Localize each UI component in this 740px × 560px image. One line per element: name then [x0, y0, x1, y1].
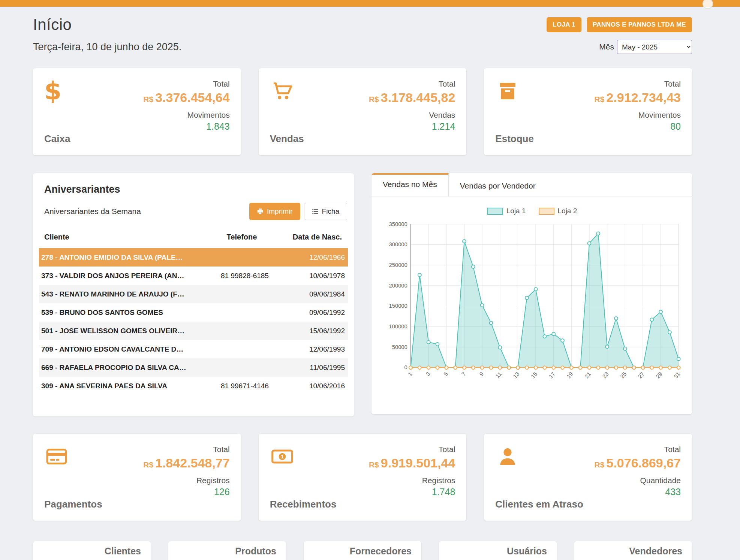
- card-clientes[interactable]: Clientes: [33, 541, 151, 560]
- dollar-icon: $: [44, 79, 70, 103]
- svg-text:31: 31: [673, 371, 682, 380]
- legend-loja2: Loja 2: [539, 207, 577, 215]
- birth-cell: 09/06/1984: [288, 290, 348, 298]
- count-value: 433: [595, 487, 681, 497]
- card-vendas[interactable]: Vendas Total R$3.178.445,82 Vendas 1.214: [259, 68, 467, 155]
- birth-cell: 12/06/1993: [288, 345, 348, 353]
- svg-text:25: 25: [619, 371, 628, 380]
- birthday-table-body: 278 - ANTONIO EMIDIO DA SILVA (PALE… 12/…: [39, 248, 348, 395]
- svg-text:100000: 100000: [389, 323, 407, 329]
- client-cell: 669 - RAFAELA PROCOPIO DA SILVA CA…: [39, 364, 202, 372]
- table-row[interactable]: 309 - ANA SEVERINA PAES DA SILVA 81 9967…: [39, 377, 348, 395]
- person-icon: [495, 445, 520, 468]
- total-value: R$5.076.869,67: [595, 456, 681, 470]
- table-row[interactable]: 709 - ANTONIO EDSON CAVALCANTE D… 12/06/…: [39, 340, 348, 358]
- card-estoque[interactable]: Estoque Total R$2.912.734,43 Movimentos …: [484, 68, 692, 155]
- svg-text:300000: 300000: [389, 241, 407, 247]
- tab-vendas-por-vendedor[interactable]: Vendas por Vendedor: [449, 173, 547, 196]
- client-cell: 373 - VALDIR DOS ANJOS PEREIRA (AN…: [39, 272, 202, 280]
- birthdays-subtitle: Aniversariantes da Semana: [44, 207, 141, 216]
- count-value: 1.748: [369, 487, 455, 497]
- birthday-table-header: Cliente Telefone Data de Nasc.: [39, 230, 348, 248]
- total-value: R$2.912.734,43: [595, 91, 681, 105]
- credit-card-icon: [44, 445, 69, 468]
- col-birth: Data de Nasc.: [285, 233, 345, 241]
- birth-cell: 12/06/1966: [288, 253, 348, 262]
- svg-text:3: 3: [425, 371, 431, 377]
- legend-loja1: Loja 1: [487, 207, 526, 215]
- card-clientes-em-atraso-label: Clientes em Atraso: [495, 499, 583, 510]
- svg-text:29: 29: [655, 371, 664, 380]
- current-date: Terça-feira, 10 de junho de 2025.: [33, 41, 181, 53]
- count-value: 1.843: [143, 121, 229, 132]
- table-row[interactable]: 669 - RAFAELA PROCOPIO DA SILVA CA… 11/0…: [39, 358, 348, 377]
- print-button[interactable]: Imprimir: [249, 203, 300, 220]
- page-title: Início: [33, 16, 72, 34]
- birth-cell: 11/06/1995: [288, 364, 348, 372]
- svg-text:200000: 200000: [389, 283, 407, 289]
- table-row[interactable]: 501 - JOSE WELISSON GOMES OLIVEIR… 15/06…: [39, 322, 348, 340]
- col-client: Cliente: [42, 233, 199, 241]
- count-label: Registros: [143, 476, 229, 485]
- count-label: Registros: [369, 476, 455, 485]
- total-label: Total: [369, 79, 455, 88]
- count-value: 80: [595, 121, 681, 132]
- box-icon: [495, 79, 520, 103]
- card-pagamentos[interactable]: Pagamentos Total R$1.842.548,77 Registro…: [33, 434, 241, 521]
- svg-text:17: 17: [548, 371, 556, 380]
- user-avatar-icon[interactable]: [703, 0, 713, 9]
- card-caixa-label: Caixa: [44, 133, 70, 145]
- month-label: Mês: [599, 42, 614, 51]
- total-label: Total: [143, 445, 229, 454]
- store-button[interactable]: LOJA 1: [547, 17, 581, 32]
- svg-text:7: 7: [460, 371, 467, 377]
- card-estoque-label: Estoque: [495, 133, 534, 145]
- table-row[interactable]: 543 - RENATO MARINHO DE ARAUJO (F… 09/06…: [39, 285, 348, 303]
- total-label: Total: [595, 445, 681, 454]
- svg-text:13: 13: [512, 371, 521, 380]
- svg-text:350000: 350000: [389, 221, 407, 227]
- card-recebimentos[interactable]: 1 Recebimentos Total R$9.919.501,44 Regi…: [259, 434, 467, 521]
- birth-cell: 10/06/1978: [288, 272, 348, 280]
- svg-text:9: 9: [478, 371, 485, 377]
- table-row[interactable]: 373 - VALDIR DOS ANJOS PEREIRA (AN… 81 9…: [39, 267, 348, 285]
- card-pagamentos-label: Pagamentos: [44, 499, 102, 510]
- table-row[interactable]: 278 - ANTONIO EMIDIO DA SILVA (PALE… 12/…: [39, 248, 348, 267]
- svg-text:11: 11: [494, 371, 503, 379]
- birth-cell: 15/06/1992: [288, 327, 348, 335]
- ficha-button[interactable]: Ficha: [304, 203, 347, 220]
- store-buttons: LOJA 1 PANNOS E PANNOS LTDA ME: [547, 17, 692, 32]
- card-usuarios[interactable]: Usuários: [439, 541, 557, 560]
- count-label: Movimentos: [595, 111, 681, 120]
- birth-cell: 09/06/1992: [288, 308, 348, 317]
- table-row[interactable]: 539 - BRUNO DOS SANTOS GOMES 09/06/1992: [39, 303, 348, 322]
- svg-text:5: 5: [443, 371, 449, 377]
- client-cell: 278 - ANTONIO EMIDIO DA SILVA (PALE…: [39, 253, 202, 262]
- card-caixa[interactable]: $ Caixa Total R$3.376.454,64 Movimentos …: [33, 68, 241, 155]
- count-value: 126: [143, 487, 229, 497]
- total-value: R$3.376.454,64: [143, 91, 229, 105]
- client-cell: 309 - ANA SEVERINA PAES DA SILVA: [39, 382, 202, 390]
- client-cell: 539 - BRUNO DOS SANTOS GOMES: [39, 308, 202, 317]
- birthdays-title: Aniversariantes: [33, 184, 354, 195]
- banknote-icon: 1: [270, 445, 295, 468]
- chart-legend: Loja 1 Loja 2: [381, 207, 683, 215]
- phone-cell: 81 99828-6185: [202, 272, 288, 280]
- total-label: Total: [143, 79, 229, 88]
- company-button[interactable]: PANNOS E PANNOS LTDA ME: [587, 17, 692, 32]
- card-produtos[interactable]: Produtos: [168, 541, 286, 560]
- card-vendedores[interactable]: Vendedores: [574, 541, 692, 560]
- col-phone: Telefone: [199, 233, 285, 241]
- dashboard: Início LOJA 1 PANNOS E PANNOS LTDA ME Te…: [0, 16, 740, 560]
- phone-cell: 81 99671-4146: [202, 382, 288, 390]
- card-fornecedores[interactable]: Fornecedores: [304, 541, 421, 560]
- count-label: Movimentos: [143, 111, 229, 120]
- card-clientes-em-atraso[interactable]: Clientes em Atraso Total R$5.076.869,67 …: [484, 434, 692, 521]
- total-value: R$3.178.445,82: [369, 91, 455, 105]
- printer-icon: [257, 208, 264, 215]
- svg-text:1: 1: [407, 371, 413, 377]
- count-value: 1.214: [369, 121, 455, 132]
- tab-vendas-no-mes[interactable]: Vendas no Mês: [371, 173, 449, 196]
- month-select[interactable]: May - 2025: [617, 40, 692, 54]
- birth-cell: 10/06/2016: [288, 382, 348, 390]
